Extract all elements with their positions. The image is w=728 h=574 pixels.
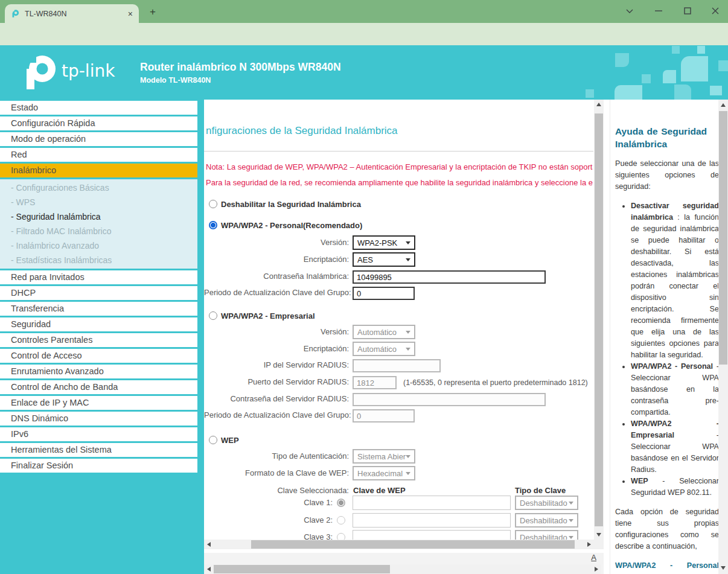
scroll-down-icon[interactable] [596, 533, 601, 537]
header-mosaic-square [615, 53, 629, 67]
wep-auth-row: Tipo de Autenticación: Sistema Abiert [204, 449, 594, 464]
select-arrow-icon [406, 258, 410, 261]
wep-key3-input[interactable] [353, 530, 511, 540]
submenu-item-seguridad-inalambrica[interactable]: - Seguridad Inalámbrica [0, 209, 197, 224]
scroll-left-icon[interactable] [207, 542, 211, 547]
main-vscroll-thumb[interactable] [595, 113, 603, 526]
sidebar-menu: Estado Configuración Rápida Modo de oper… [0, 100, 204, 574]
sidebar-item-inalambrico[interactable]: Inalámbrico [0, 164, 197, 177]
submenu-item-configuraciones-basicas[interactable]: - Configuraciones Básicas [0, 180, 197, 195]
enterprise-gkup-input[interactable] [353, 409, 415, 423]
app-header: tp-link Router inalámbrico N 300Mbps WR8… [0, 45, 728, 100]
sidebar-item-modo-de-operacion[interactable]: Modo de operación [0, 132, 197, 146]
radius-port-input[interactable] [353, 376, 397, 389]
enterprise-encryption-select[interactable]: Automático [353, 342, 415, 356]
sidebar-item-control-de-acceso[interactable]: Control de Acceso [0, 349, 197, 363]
router-title: Router inalámbrico N 300Mbps WR840N [140, 61, 341, 74]
option-wpa-personal[interactable]: WPA/WPA2 - Personal(Recomendado) [209, 220, 362, 230]
wpa-enterprise-radio[interactable] [209, 311, 217, 320]
personal-password-label: Contraseña Inalámbrica: [204, 270, 349, 283]
wep-key2-input[interactable] [353, 513, 511, 528]
wep-key1-input[interactable] [353, 496, 511, 510]
main-vertical-scrollbar[interactable] [594, 100, 604, 540]
tab-title: TL-WR840N [25, 10, 123, 18]
option-disable-security[interactable]: Deshabilitar la Seguridad Inalámbrica [209, 199, 361, 209]
sidebar-item-seguridad[interactable]: Seguridad [0, 317, 197, 331]
header-mosaic-square [674, 85, 691, 100]
wep-auth-select[interactable]: Sistema Abiert [353, 449, 415, 464]
scroll-up-icon[interactable] [721, 103, 726, 107]
option-wep[interactable]: WEP [209, 435, 239, 445]
wep-radio[interactable] [209, 436, 217, 444]
sidebar-item-dns-dinamico[interactable]: DNS Dinámico [0, 412, 197, 426]
bottom-horizontal-scrollbar[interactable] [204, 564, 601, 574]
sidebar-item-enlace-ip-mac[interactable]: Enlace de IP y MAC [0, 396, 197, 410]
wep-key2-label: Clave 2: [204, 513, 333, 528]
sidebar-item-control-ancho-banda[interactable]: Control de Ancho de Banda [0, 380, 197, 394]
scroll-up-icon[interactable] [596, 103, 601, 106]
wireless-password-input[interactable] [353, 270, 546, 284]
radius-ip-input[interactable] [353, 359, 441, 372]
wep-key3-row: Clave 3: Deshabilitado [204, 530, 594, 540]
personal-version-label: Versión: [204, 235, 349, 250]
personal-encryption-select[interactable]: AES [353, 252, 415, 267]
bottom-hscroll-thumb[interactable] [214, 565, 390, 573]
wep-key2-radio[interactable] [337, 516, 345, 525]
personal-gkup-row: Periodo de Actualización Clave del Grupo… [204, 286, 594, 301]
submenu-item-estadisticas[interactable]: - Estadísticas Inalámbricas [0, 253, 197, 267]
scroll-right-icon[interactable] [587, 542, 591, 547]
help-title: Ayuda de Seguridad Inalámbrica [615, 125, 707, 150]
wep-key3-radio[interactable] [337, 533, 345, 540]
enterprise-gkup-label: Periodo de Actualización Clave del Grupo… [204, 409, 349, 422]
wep-format-value: Hexadecimal [357, 469, 403, 478]
bottom-partial-link[interactable]: A [591, 553, 596, 562]
radius-password-input[interactable] [353, 393, 546, 406]
help-vscroll-thumb[interactable] [719, 111, 727, 365]
personal-version-select[interactable]: WPA2-PSK [353, 235, 415, 250]
radius-port-label: Puerto del Servidor RADIUS: [204, 375, 349, 389]
browser-tab[interactable]: TL-WR840N × [5, 4, 139, 23]
new-tab-icon[interactable]: + [150, 6, 156, 18]
disable-security-radio[interactable] [209, 200, 217, 208]
window-chevron-icon[interactable] [625, 6, 634, 16]
window-maximize-icon[interactable] [683, 6, 692, 16]
wep-key1-type-select[interactable]: Deshabilitado [515, 496, 578, 510]
scroll-down-icon[interactable] [721, 566, 726, 570]
help-vertical-scrollbar[interactable] [718, 100, 728, 574]
page-title: nfiguraciones de la Seguridad Inalámbric… [206, 125, 398, 137]
header-mosaic-square [663, 70, 676, 83]
wep-key3-label: Clave 3: [204, 530, 333, 540]
tab-close-icon[interactable]: × [128, 10, 133, 18]
sidebar-item-dhcp[interactable]: DHCP [0, 286, 197, 300]
wep-key1-radio[interactable] [337, 499, 345, 507]
sidebar-item-finalizar-sesion[interactable]: Finalizar Sesión [0, 459, 197, 473]
sidebar-item-herramientas[interactable]: Herramientas del Sistema [0, 443, 197, 457]
scroll-left-icon[interactable] [207, 567, 211, 572]
sidebar-item-controles-parentales[interactable]: Controles Parentales [0, 333, 197, 347]
window-minimize-icon[interactable] [654, 6, 663, 16]
header-mosaic-square [697, 46, 705, 54]
main-hscroll-thumb[interactable] [251, 540, 575, 549]
enterprise-version-select[interactable]: Automático [353, 325, 415, 339]
sidebar-item-ipv6[interactable]: IPv6 [0, 427, 197, 441]
wep-key2-type-select[interactable]: Deshabilitado [515, 513, 578, 528]
scroll-right-icon[interactable] [595, 567, 598, 572]
window-close-icon[interactable] [710, 6, 720, 16]
personal-version-value: WPA2-PSK [357, 238, 397, 247]
header-mosaic-square [586, 89, 594, 98]
main-horizontal-scrollbar[interactable] [204, 540, 594, 549]
sidebar-item-enrutamiento-avanzado[interactable]: Enrutamiento Avanzado [0, 365, 197, 378]
sidebar-item-red[interactable]: Red [0, 148, 197, 162]
submenu-item-filtrado-mac[interactable]: - Filtrado MAC Inalámbrico [0, 224, 197, 238]
submenu-item-inalambrico-avanzado[interactable]: - Inalámbrico Avanzado [0, 238, 197, 253]
wpa-personal-radio[interactable] [209, 221, 217, 229]
submenu-item-wps[interactable]: - WPS [0, 195, 197, 209]
option-wpa-enterprise[interactable]: WPA/WPA2 - Empresarial [209, 311, 315, 320]
personal-gkup-input[interactable] [353, 287, 415, 300]
sidebar-item-transferencia[interactable]: Transferencia [0, 302, 197, 316]
wep-key3-type-select[interactable]: Deshabilitado [515, 530, 578, 540]
sidebar-item-red-para-invitados[interactable]: Red para Invitados [0, 270, 197, 284]
sidebar-item-estado[interactable]: Estado [0, 101, 197, 115]
wep-format-select[interactable]: Hexadecimal [353, 466, 415, 480]
sidebar-item-configuracion-rapida[interactable]: Configuración Rápida [0, 116, 197, 130]
